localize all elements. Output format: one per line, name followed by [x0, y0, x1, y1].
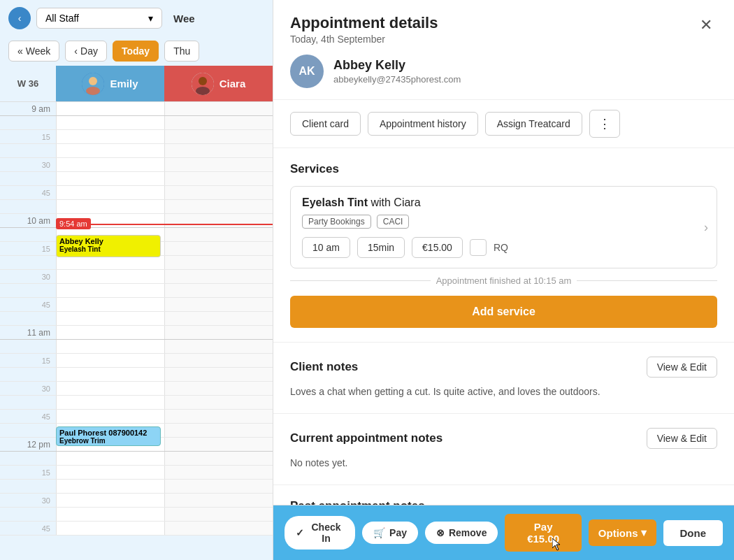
- time-label-10am: 10 am: [0, 214, 56, 227]
- check-in-button[interactable]: ✓ Check In: [285, 516, 355, 550]
- time-cell-ciara-9am[interactable]: [164, 102, 273, 115]
- client-notes-text: Loves a chat when getting a cut. Is quit…: [290, 385, 717, 399]
- current-appt-notes-view-edit-button[interactable]: View & Edit: [647, 428, 717, 449]
- time-label-9-90: 45: [0, 186, 56, 199]
- service-name-bold: Eyelash Tint: [302, 196, 368, 208]
- time-cell-emily-9-75[interactable]: [56, 172, 164, 185]
- close-button[interactable]: ✕: [695, 14, 717, 36]
- add-service-button[interactable]: Add service: [290, 296, 717, 328]
- time-row-9-15: [0, 116, 273, 130]
- time-label-9-45: [0, 144, 56, 157]
- svg-point-2: [86, 87, 100, 95]
- client-card-button[interactable]: Client card: [290, 112, 361, 136]
- remove-button[interactable]: ⊗ Remove: [425, 522, 498, 544]
- time-cell-ciara-9-30[interactable]: [164, 130, 273, 143]
- time-row-9-75: [0, 172, 273, 186]
- services-section: Services Eyelash Tint with Ciara Party B…: [273, 148, 734, 343]
- appointment-panel: Appointment details Today, 4th September…: [273, 0, 734, 560]
- action-row: Client card Appointment history Assign T…: [273, 100, 734, 148]
- time-row-10am: 10 am: [0, 214, 273, 228]
- staff-header-ciara: Ciara: [164, 66, 273, 101]
- chevron-down-icon: ▾: [148, 13, 153, 24]
- client-notes-title: Client notes: [290, 360, 358, 374]
- week-button[interactable]: « Week: [8, 41, 59, 62]
- client-info: Abbey Kelly abbeykelly@27435phorest.com: [333, 58, 717, 85]
- chevron-down-icon: ▾: [641, 526, 647, 539]
- nav-row: « Week ‹ Day Today Thu: [0, 36, 273, 66]
- time-label-9-30: 15: [0, 130, 56, 143]
- pay-amount-button[interactable]: Pay €15.00: [505, 514, 581, 552]
- service-card[interactable]: Eyelash Tint with Ciara Party Bookings C…: [290, 186, 717, 268]
- appt-abbey-kelly[interactable]: Abbey Kelly Eyelash Tint: [56, 235, 161, 257]
- time-cell-ciara-9-45[interactable]: [164, 144, 273, 157]
- pay-label: Pay: [389, 527, 407, 538]
- time-cell-ciara-10am[interactable]: [164, 214, 273, 227]
- current-appt-notes-text: No notes yet.: [290, 456, 717, 471]
- thu-button[interactable]: Thu: [164, 41, 199, 62]
- client-notes-view-edit-button[interactable]: View & Edit: [647, 357, 717, 378]
- thu-label: Thu: [173, 45, 190, 57]
- emily-avatar-img: [82, 73, 104, 95]
- emily-avatar: [82, 73, 104, 95]
- panel-body: Services Eyelash Tint with Ciara Party B…: [273, 148, 734, 560]
- chevron-left-icon: ‹: [74, 45, 78, 57]
- chevron-right-icon: ›: [704, 220, 708, 235]
- staff-dropdown[interactable]: All Staff ▾: [36, 8, 162, 29]
- time-label-9-60: 30: [0, 158, 56, 171]
- more-options-button[interactable]: ⋮: [589, 110, 620, 138]
- bottom-bar: ✓ Check In 🛒 Pay ⊗ Remove Pay €15.00 Opt…: [273, 505, 734, 560]
- time-cell-emily-9-60[interactable]: [56, 158, 164, 171]
- appt-paul-phorest[interactable]: Paul Phorest 087900142 Eyebrow Trim: [56, 426, 161, 446]
- services-title: Services: [290, 162, 717, 176]
- time-cell-ciara-9-60[interactable]: [164, 158, 273, 171]
- current-appt-notes-title: Current appointment notes: [290, 431, 442, 445]
- time-cell-ciara-9-15[interactable]: [164, 116, 273, 129]
- service-with: with Ciara: [370, 196, 420, 208]
- staff-dropdown-label: All Staff: [45, 13, 79, 24]
- time-cell-emily-9-30[interactable]: [56, 130, 164, 143]
- options-button[interactable]: Options ▾: [589, 519, 656, 546]
- time-cell-ciara-9-90[interactable]: [164, 186, 273, 199]
- service-tags: Party Bookings CACI: [302, 215, 705, 229]
- time-row-9-90: 45: [0, 186, 273, 200]
- assign-treatcard-button[interactable]: Assign Treatcard: [485, 112, 582, 136]
- today-label: Today: [122, 45, 150, 57]
- service-price-pill[interactable]: €15.00: [412, 237, 463, 258]
- current-appt-notes-section: Current appointment notes View & Edit No…: [273, 414, 734, 485]
- back-button[interactable]: ‹: [8, 7, 31, 29]
- week-badge: W 36: [0, 66, 56, 101]
- time-cell-emily-9-15[interactable]: [56, 116, 164, 129]
- time-label-9-105: [0, 200, 56, 213]
- time-cell-emily-9-90[interactable]: [56, 186, 164, 199]
- time-cell-emily-9-45[interactable]: [56, 144, 164, 157]
- service-time-pill[interactable]: 10 am: [302, 237, 350, 258]
- today-button[interactable]: Today: [113, 41, 159, 62]
- service-duration-pill[interactable]: 15min: [357, 237, 405, 258]
- time-cell-emily-9-105[interactable]: [56, 200, 164, 213]
- time-grid: 9:54 am Abbey Kelly Eyelash Tint Paul Ph…: [0, 102, 273, 536]
- check-icon: ✓: [296, 527, 304, 538]
- time-label-9-15: [0, 116, 56, 129]
- appt-paul-name: Paul Phorest 087900142: [59, 429, 157, 437]
- time-cell-ciara-9-105[interactable]: [164, 200, 273, 213]
- panel-date: Today, 4th September: [290, 34, 438, 45]
- remove-icon: ⊗: [436, 527, 445, 538]
- week-label: Wee: [173, 13, 195, 24]
- service-name: Eyelash Tint with Ciara: [302, 196, 705, 209]
- appt-abbey-name: Abbey Kelly: [59, 237, 157, 245]
- time-cell-ciara-9-75[interactable]: [164, 172, 273, 185]
- service-tag-caci: CACI: [377, 215, 410, 229]
- time-label-9-75: [0, 172, 56, 185]
- day-button[interactable]: ‹ Day: [65, 41, 107, 62]
- panel-title: Appointment details: [290, 14, 438, 32]
- current-appt-notes-header: Current appointment notes View & Edit: [290, 428, 717, 449]
- time-row-9-30: 15: [0, 130, 273, 144]
- appointment-history-button[interactable]: Appointment history: [368, 112, 478, 136]
- check-in-label: Check In: [308, 522, 344, 544]
- appointment-finished-text: Appointment finished at 10:15 am: [290, 268, 717, 286]
- pay-button[interactable]: 🛒 Pay: [362, 522, 418, 544]
- time-cell-emily-9am[interactable]: [56, 102, 164, 115]
- done-button[interactable]: Done: [663, 520, 724, 546]
- service-checkbox[interactable]: [470, 239, 487, 256]
- week-label: Week: [26, 45, 51, 57]
